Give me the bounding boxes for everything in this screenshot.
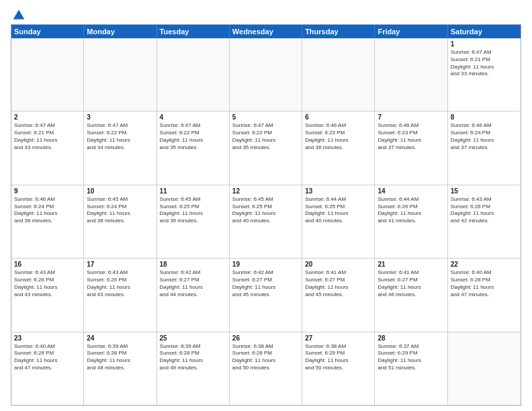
calendar-cell xyxy=(11,38,84,111)
calendar-cell: 2Sunrise: 6:47 AM Sunset: 6:21 PM Daylig… xyxy=(11,111,84,184)
calendar-cell xyxy=(230,38,302,111)
cell-content: Sunrise: 6:46 AM Sunset: 6:23 PM Dayligh… xyxy=(305,122,371,151)
calendar-cell: 19Sunrise: 6:42 AM Sunset: 6:27 PM Dayli… xyxy=(230,259,302,331)
cell-content: Sunrise: 6:39 AM Sunset: 6:28 PM Dayligh… xyxy=(160,343,226,372)
cell-content: Sunrise: 6:42 AM Sunset: 6:27 PM Dayligh… xyxy=(160,269,226,298)
calendar-header-cell: Thursday xyxy=(302,25,375,38)
day-number: 7 xyxy=(378,113,444,121)
day-number: 15 xyxy=(451,187,518,195)
cell-content: Sunrise: 6:38 AM Sunset: 6:28 PM Dayligh… xyxy=(232,343,299,372)
calendar-header-cell: Friday xyxy=(375,25,447,38)
calendar-cell: 16Sunrise: 6:43 AM Sunset: 6:26 PM Dayli… xyxy=(11,259,84,331)
calendar-cell xyxy=(375,38,447,111)
cell-content: Sunrise: 6:39 AM Sunset: 6:28 PM Dayligh… xyxy=(87,343,153,372)
calendar-cell: 21Sunrise: 6:41 AM Sunset: 6:27 PM Dayli… xyxy=(375,259,447,331)
day-number: 23 xyxy=(14,334,81,342)
calendar-row: 23Sunrise: 6:40 AM Sunset: 6:28 PM Dayli… xyxy=(11,332,521,405)
calendar-cell: 10Sunrise: 6:45 AM Sunset: 6:24 PM Dayli… xyxy=(84,185,157,258)
day-number: 11 xyxy=(160,187,226,195)
day-number: 27 xyxy=(305,334,371,342)
cell-content: Sunrise: 6:40 AM Sunset: 6:28 PM Dayligh… xyxy=(14,343,81,372)
calendar-cell: 18Sunrise: 6:42 AM Sunset: 6:27 PM Dayli… xyxy=(157,259,230,331)
day-number: 2 xyxy=(14,113,81,121)
cell-content: Sunrise: 6:45 AM Sunset: 6:25 PM Dayligh… xyxy=(160,196,226,225)
cell-content: Sunrise: 6:47 AM Sunset: 6:22 PM Dayligh… xyxy=(87,122,153,151)
calendar-cell: 3Sunrise: 6:47 AM Sunset: 6:22 PM Daylig… xyxy=(84,111,157,184)
calendar-body: 1Sunrise: 6:47 AM Sunset: 6:21 PM Daylig… xyxy=(11,38,521,405)
day-number: 3 xyxy=(87,113,153,121)
day-number: 16 xyxy=(14,261,81,268)
calendar-cell: 26Sunrise: 6:38 AM Sunset: 6:28 PM Dayli… xyxy=(230,332,302,405)
calendar-cell: 12Sunrise: 6:45 AM Sunset: 6:25 PM Dayli… xyxy=(230,185,302,258)
day-number: 1 xyxy=(451,40,518,48)
calendar-header-cell: Saturday xyxy=(448,25,521,38)
day-number: 26 xyxy=(232,334,299,342)
calendar-cell: 5Sunrise: 6:47 AM Sunset: 6:22 PM Daylig… xyxy=(230,111,302,184)
cell-content: Sunrise: 6:47 AM Sunset: 6:21 PM Dayligh… xyxy=(14,122,81,151)
day-number: 5 xyxy=(232,113,299,121)
calendar-cell: 11Sunrise: 6:45 AM Sunset: 6:25 PM Dayli… xyxy=(157,185,230,258)
cell-content: Sunrise: 6:40 AM Sunset: 6:28 PM Dayligh… xyxy=(451,269,518,298)
logo xyxy=(11,8,26,20)
day-number: 13 xyxy=(305,187,371,195)
calendar-cell xyxy=(448,332,521,405)
calendar-cell: 28Sunrise: 6:37 AM Sunset: 6:29 PM Dayli… xyxy=(375,332,447,405)
cell-content: Sunrise: 6:41 AM Sunset: 6:27 PM Dayligh… xyxy=(378,269,444,298)
day-number: 25 xyxy=(160,334,226,342)
calendar-cell: 25Sunrise: 6:39 AM Sunset: 6:28 PM Dayli… xyxy=(157,332,230,405)
page: SundayMondayTuesdayWednesdayThursdayFrid… xyxy=(0,0,532,411)
calendar-cell: 24Sunrise: 6:39 AM Sunset: 6:28 PM Dayli… xyxy=(84,332,157,405)
header xyxy=(11,8,521,20)
cell-content: Sunrise: 6:44 AM Sunset: 6:26 PM Dayligh… xyxy=(378,196,444,225)
calendar-cell xyxy=(302,38,375,111)
calendar-cell: 7Sunrise: 6:46 AM Sunset: 6:23 PM Daylig… xyxy=(375,111,447,184)
calendar-cell: 1Sunrise: 6:47 AM Sunset: 6:21 PM Daylig… xyxy=(448,38,521,111)
day-number: 6 xyxy=(305,113,371,121)
calendar-row: 2Sunrise: 6:47 AM Sunset: 6:21 PM Daylig… xyxy=(11,111,521,184)
day-number: 14 xyxy=(378,187,444,195)
day-number: 9 xyxy=(14,187,81,195)
calendar-header-cell: Sunday xyxy=(11,25,84,38)
cell-content: Sunrise: 6:42 AM Sunset: 6:27 PM Dayligh… xyxy=(232,269,299,298)
calendar-row: 1Sunrise: 6:47 AM Sunset: 6:21 PM Daylig… xyxy=(11,38,521,111)
cell-content: Sunrise: 6:43 AM Sunset: 6:26 PM Dayligh… xyxy=(14,269,81,298)
calendar-header-cell: Monday xyxy=(84,25,157,38)
cell-content: Sunrise: 6:46 AM Sunset: 6:24 PM Dayligh… xyxy=(14,196,81,225)
day-number: 10 xyxy=(87,187,153,195)
cell-content: Sunrise: 6:46 AM Sunset: 6:23 PM Dayligh… xyxy=(378,122,444,151)
day-number: 22 xyxy=(451,261,518,268)
calendar-cell xyxy=(157,38,230,111)
calendar-row: 16Sunrise: 6:43 AM Sunset: 6:26 PM Dayli… xyxy=(11,258,521,331)
cell-content: Sunrise: 6:47 AM Sunset: 6:22 PM Dayligh… xyxy=(232,122,299,151)
day-number: 28 xyxy=(378,334,444,342)
logo-icon xyxy=(12,8,26,21)
cell-content: Sunrise: 6:43 AM Sunset: 6:26 PM Dayligh… xyxy=(451,196,518,225)
calendar-header-cell: Wednesday xyxy=(230,25,302,38)
cell-content: Sunrise: 6:45 AM Sunset: 6:24 PM Dayligh… xyxy=(87,196,153,225)
day-number: 24 xyxy=(87,334,153,342)
svg-marker-0 xyxy=(13,10,25,19)
day-number: 17 xyxy=(87,261,153,268)
cell-content: Sunrise: 6:41 AM Sunset: 6:27 PM Dayligh… xyxy=(305,269,371,298)
calendar-cell: 20Sunrise: 6:41 AM Sunset: 6:27 PM Dayli… xyxy=(302,259,375,331)
calendar-cell: 27Sunrise: 6:38 AM Sunset: 6:29 PM Dayli… xyxy=(302,332,375,405)
calendar-cell: 4Sunrise: 6:47 AM Sunset: 6:22 PM Daylig… xyxy=(157,111,230,184)
cell-content: Sunrise: 6:47 AM Sunset: 6:22 PM Dayligh… xyxy=(160,122,226,151)
day-number: 18 xyxy=(160,261,226,268)
calendar-cell: 9Sunrise: 6:46 AM Sunset: 6:24 PM Daylig… xyxy=(11,185,84,258)
calendar-cell: 23Sunrise: 6:40 AM Sunset: 6:28 PM Dayli… xyxy=(11,332,84,405)
cell-content: Sunrise: 6:47 AM Sunset: 6:21 PM Dayligh… xyxy=(451,49,518,78)
calendar-header-cell: Tuesday xyxy=(157,25,230,38)
day-number: 19 xyxy=(232,261,299,268)
calendar-cell: 14Sunrise: 6:44 AM Sunset: 6:26 PM Dayli… xyxy=(375,185,447,258)
calendar-cell: 22Sunrise: 6:40 AM Sunset: 6:28 PM Dayli… xyxy=(448,259,521,331)
cell-content: Sunrise: 6:37 AM Sunset: 6:29 PM Dayligh… xyxy=(378,343,444,372)
day-number: 4 xyxy=(160,113,226,121)
cell-content: Sunrise: 6:46 AM Sunset: 6:24 PM Dayligh… xyxy=(451,122,518,151)
day-number: 20 xyxy=(305,261,371,268)
calendar-cell: 17Sunrise: 6:43 AM Sunset: 6:26 PM Dayli… xyxy=(84,259,157,331)
cell-content: Sunrise: 6:45 AM Sunset: 6:25 PM Dayligh… xyxy=(232,196,299,225)
cell-content: Sunrise: 6:44 AM Sunset: 6:25 PM Dayligh… xyxy=(305,196,371,225)
day-number: 21 xyxy=(378,261,444,268)
calendar-cell: 6Sunrise: 6:46 AM Sunset: 6:23 PM Daylig… xyxy=(302,111,375,184)
